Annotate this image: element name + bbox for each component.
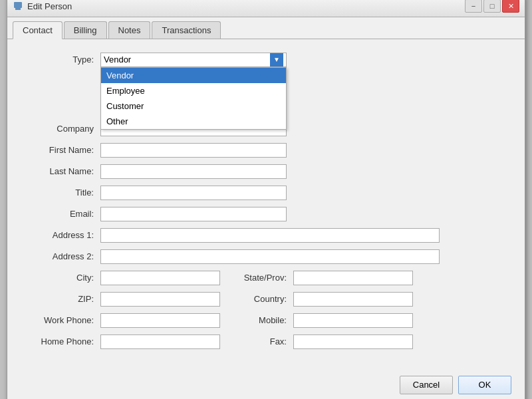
dropdown-option-other[interactable]: Other: [101, 114, 286, 129]
type-selected-value: Vendor: [104, 55, 270, 65]
title-row: Title:: [27, 186, 505, 200]
zip-label: ZIP:: [27, 294, 100, 304]
last-name-label: Last Name:: [27, 166, 100, 176]
form-content: Type: Vendor ▼ Vendor Employee Customer …: [7, 39, 525, 369]
state-input[interactable]: [293, 271, 413, 285]
tab-notes[interactable]: Notes: [108, 21, 151, 39]
email-row: Email:: [27, 207, 505, 221]
country-col: Country:: [233, 292, 413, 307]
company-label: Company: [27, 124, 100, 134]
work-mobile-row: Work Phone: Mobile:: [27, 313, 505, 328]
type-dropdown: Vendor Employee Customer Other: [100, 67, 287, 130]
address1-row: Address 1:: [27, 228, 505, 243]
work-phone-input[interactable]: [100, 313, 220, 328]
fax-label: Fax:: [233, 336, 293, 346]
dropdown-arrow-icon: ▼: [270, 53, 283, 66]
email-label: Email:: [27, 209, 100, 219]
tab-bar: Contact Billing Notes Transactions: [7, 17, 525, 39]
title-input[interactable]: [100, 186, 287, 200]
country-input[interactable]: [293, 292, 413, 307]
ok-button[interactable]: OK: [458, 376, 511, 394]
city-input[interactable]: [100, 271, 220, 285]
zip-input[interactable]: [100, 292, 220, 307]
mobile-input[interactable]: [293, 313, 413, 328]
address2-row: Address 2:: [27, 249, 505, 264]
minimize-button[interactable]: −: [465, 0, 482, 13]
title-bar-left: Edit Person: [13, 1, 72, 11]
close-button[interactable]: ✕: [502, 0, 519, 13]
country-label: Country:: [233, 294, 293, 304]
title-label: Title:: [27, 188, 100, 198]
type-label: Type:: [27, 55, 100, 65]
address2-input[interactable]: [100, 249, 440, 264]
svg-rect-1: [15, 8, 21, 10]
city-label: City:: [27, 273, 100, 283]
maximize-button[interactable]: □: [483, 0, 501, 13]
title-bar: Edit Person − □ ✕: [7, 0, 525, 17]
tab-transactions[interactable]: Transactions: [152, 21, 221, 39]
email-input[interactable]: [100, 207, 287, 221]
home-phone-input[interactable]: [100, 334, 220, 349]
footer: Cancel OK: [7, 369, 525, 400]
type-select-wrapper: Vendor ▼ Vendor Employee Customer Other: [100, 53, 287, 67]
type-row: Type: Vendor ▼ Vendor Employee Customer …: [27, 53, 505, 67]
address2-label: Address 2:: [27, 251, 100, 261]
fax-col: Fax:: [233, 334, 413, 349]
mobile-col: Mobile:: [233, 313, 413, 328]
type-select-container: Vendor ▼ Vendor Employee Customer Other: [100, 53, 287, 67]
dropdown-option-vendor[interactable]: Vendor: [101, 68, 286, 83]
last-name-row: Last Name:: [27, 164, 505, 179]
home-fax-row: Home Phone: Fax:: [27, 334, 505, 349]
tab-contact[interactable]: Contact: [13, 21, 63, 39]
address1-label: Address 1:: [27, 230, 100, 240]
last-name-input[interactable]: [100, 164, 287, 179]
window-title: Edit Person: [27, 1, 72, 11]
type-display[interactable]: Vendor ▼: [100, 53, 287, 67]
address1-input[interactable]: [100, 228, 440, 243]
person-icon: [13, 1, 23, 11]
state-col: State/Prov:: [233, 271, 413, 285]
first-name-input[interactable]: [100, 143, 287, 158]
edit-person-window: Edit Person − □ ✕ Contact Billing Notes …: [7, 0, 525, 399]
work-phone-label: Work Phone:: [27, 315, 100, 325]
title-bar-controls: − □ ✕: [465, 0, 519, 13]
city-state-row: City: State/Prov:: [27, 271, 505, 285]
dropdown-option-customer[interactable]: Customer: [101, 98, 286, 114]
zip-country-row: ZIP: Country:: [27, 292, 505, 307]
first-name-row: First Name:: [27, 143, 505, 158]
dropdown-option-employee[interactable]: Employee: [101, 83, 286, 98]
tab-billing[interactable]: Billing: [64, 21, 107, 39]
svg-rect-0: [14, 2, 22, 8]
mobile-label: Mobile:: [233, 315, 293, 325]
state-label: State/Prov:: [233, 273, 293, 283]
fax-input[interactable]: [293, 334, 413, 349]
cancel-button[interactable]: Cancel: [400, 376, 453, 394]
home-phone-label: Home Phone:: [27, 336, 100, 346]
first-name-label: First Name:: [27, 145, 100, 155]
